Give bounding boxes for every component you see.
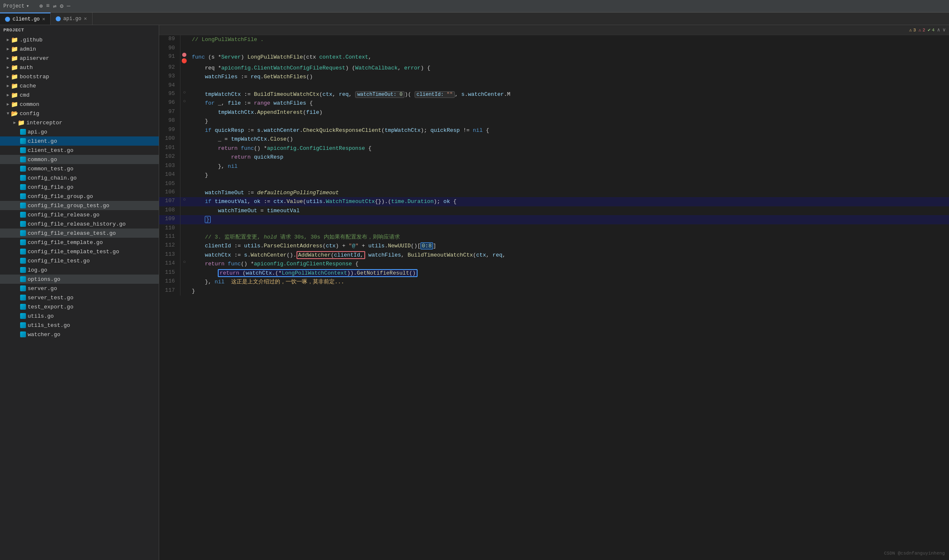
tab-api-go[interactable]: api.go ✕	[51, 13, 92, 25]
check-badge: ✔ 4	[928, 27, 934, 33]
table-row: 93 watchFiles := req.GetWatchFiles()	[159, 72, 949, 82]
sidebar-item-test-export-go[interactable]: test_export.go	[0, 302, 159, 311]
editor-toolbar: ⚠ 3 ⚠ 2 ✔ 4 ∧ ∨	[159, 25, 949, 35]
code-editor[interactable]: 89 // LongPullWatchFile . 90 91 🔴	[159, 35, 949, 560]
warning-badge: ⚠ 3	[909, 27, 916, 33]
folder-icon: 📁	[11, 73, 18, 80]
sidebar-item-config-file-test-go[interactable]: config_file_test.go	[0, 256, 159, 265]
line-number: 99	[159, 126, 180, 135]
sidebar-item-options-go[interactable]: options.go	[0, 275, 159, 284]
sidebar-item-auth[interactable]: ▶ 📁 auth	[0, 63, 159, 72]
sidebar-item-label: log.go	[28, 267, 47, 273]
sidebar-item-log-go[interactable]: log.go	[0, 265, 159, 275]
line-number: 114	[159, 259, 180, 269]
main-layout: Project ▶ 📁 .github ▶ 📁 admin ▶ 📁 apiser…	[0, 25, 949, 560]
sidebar-item-config-file-group-test-go[interactable]: config_file_group_test.go	[0, 201, 159, 210]
table-row: 92 req *apiconfig.ClientWatchConfigFileR…	[159, 64, 949, 73]
sidebar-item-config-file-go[interactable]: config_file.go	[0, 182, 159, 192]
sidebar-item-config[interactable]: ▼ 📂 config	[0, 109, 159, 118]
line-number: 98	[159, 117, 180, 126]
sidebar-item-apiserver[interactable]: ▶ 📁 apiserver	[0, 54, 159, 63]
sidebar-item-config-chain-go[interactable]: config_chain.go	[0, 173, 159, 182]
list-icon[interactable]: ≡	[46, 3, 49, 10]
chevron-right-icon: ▶	[7, 65, 9, 70]
sidebar-item-common-go[interactable]: common.go	[0, 155, 159, 164]
sidebar-item-label: cache	[20, 83, 36, 89]
folder-icon: 📁	[11, 101, 18, 108]
sidebar-item-utils-go[interactable]: utils.go	[0, 311, 159, 321]
sidebar-item-config-file-template-test-go[interactable]: config_file_template_test.go	[0, 247, 159, 256]
table-row: 112 clientId := utils.ParseClientAddress…	[159, 241, 949, 251]
file-icon	[20, 331, 26, 337]
sidebar-item-common[interactable]: ▶ 📁 common	[0, 100, 159, 109]
sidebar-item-config-file-group-go[interactable]: config_file_group.go	[0, 192, 159, 201]
error-badge: ⚠ 2	[918, 27, 925, 33]
tab-icon-api	[56, 16, 61, 21]
chevron-right-icon: ▶	[7, 37, 9, 42]
warning-icon: ⚠	[909, 27, 912, 33]
table-row: 89 // LongPullWatchFile .	[159, 35, 949, 44]
line-code: return func() *apiconfig.ConfigClientRes…	[188, 259, 949, 269]
sidebar-item-admin[interactable]: ▶ 📁 admin	[0, 44, 159, 54]
line-gutter	[180, 287, 188, 296]
sidebar-item-interceptor[interactable]: ▶ 📁 interceptor	[0, 118, 159, 127]
line-gutter	[180, 135, 188, 144]
sidebar-item-label: config_file_release_history.go	[28, 221, 126, 227]
chevron-down-icon: ▼	[7, 111, 9, 116]
sidebar-item-label: interceptor	[26, 120, 62, 126]
file-icon	[20, 157, 26, 162]
sidebar-item-api-go[interactable]: api.go	[0, 127, 159, 136]
sidebar-item-config-file-template-go[interactable]: config_file_template.go	[0, 238, 159, 247]
line-code: return (watchCtx.(*LongPollWatchContext)…	[188, 269, 949, 278]
sidebar-item-common-test-go[interactable]: common_test.go	[0, 164, 159, 173]
settings-icon[interactable]: ⚙	[60, 3, 63, 10]
file-icon	[20, 295, 26, 301]
sidebar-item-client-go[interactable]: client.go	[0, 136, 159, 146]
tab-close-client[interactable]: ✕	[42, 16, 45, 22]
sidebar-item-cache[interactable]: ▶ 📁 cache	[0, 81, 159, 90]
table-row: 113 watchCtx := s.WatchCenter().AddWatch…	[159, 251, 949, 260]
line-code: tmpWatchCtx.AppendInterest(file)	[188, 108, 949, 117]
nav-down-icon[interactable]: ∨	[943, 27, 946, 33]
tab-label-client: client.go	[13, 16, 40, 22]
sidebar-item-config-file-release-test-go[interactable]: config_file_release_test.go	[0, 229, 159, 238]
chevron-right-icon: ▶	[7, 56, 9, 61]
split-icon[interactable]: ⇌	[53, 3, 57, 10]
line-number: 100	[159, 135, 180, 144]
minimize-icon[interactable]: —	[67, 3, 70, 10]
table-row: 102 return quickResp	[159, 153, 949, 162]
file-icon	[20, 175, 26, 181]
line-number: 115	[159, 269, 180, 278]
file-icon	[20, 230, 26, 236]
nav-up-icon[interactable]: ∧	[937, 27, 940, 33]
sidebar-item-github[interactable]: ▶ 📁 .github	[0, 35, 159, 44]
table-row: 90	[159, 44, 949, 53]
sidebar-item-watcher-go[interactable]: watcher.go	[0, 330, 159, 339]
sidebar-item-label: client.go	[28, 138, 57, 144]
sidebar-item-server-go[interactable]: server.go	[0, 284, 159, 293]
sidebar-item-label: config_file_group.go	[28, 193, 93, 200]
line-gutter	[180, 35, 188, 44]
tab-close-api[interactable]: ✕	[84, 15, 87, 22]
tab-client-go[interactable]: client.go ✕	[0, 13, 51, 25]
sidebar-item-config-file-release-history-go[interactable]: config_file_release_history.go	[0, 219, 159, 229]
sidebar-item-label: common_test.go	[28, 166, 73, 172]
line-code: tmpWatchCtx := BuildTimeoutWatchCtx(ctx,…	[188, 90, 949, 99]
sidebar-item-client-test-go[interactable]: client_test.go	[0, 146, 159, 155]
line-gutter: ○	[180, 197, 188, 206]
toolbar-icons: ⊕ ≡ ⇌ ⚙ —	[39, 3, 70, 10]
table-row: 91 🔴 func (s *Server) LongPullWatchFile(…	[159, 53, 949, 64]
sidebar-item-label: utils.go	[28, 313, 54, 319]
sidebar-item-cmd[interactable]: ▶ 📁 cmd	[0, 90, 159, 100]
line-code: for _, file := range watchFiles {	[188, 99, 949, 108]
line-number: 103	[159, 162, 180, 171]
table-row: 95 ○ tmpWatchCtx := BuildTimeoutWatchCtx…	[159, 90, 949, 99]
sidebar-item-config-file-release-go[interactable]: config_file_release.go	[0, 210, 159, 219]
sidebar-item-server-test-go[interactable]: server_test.go	[0, 293, 159, 302]
line-gutter	[180, 126, 188, 135]
sidebar-item-utils-test-go[interactable]: utils_test.go	[0, 321, 159, 330]
sync-icon[interactable]: ⊕	[39, 3, 43, 10]
sidebar-item-bootstrap[interactable]: ▶ 📁 bootstrap	[0, 72, 159, 81]
sidebar-item-label: config_file_template_test.go	[28, 249, 119, 255]
line-number: 94	[159, 82, 180, 90]
